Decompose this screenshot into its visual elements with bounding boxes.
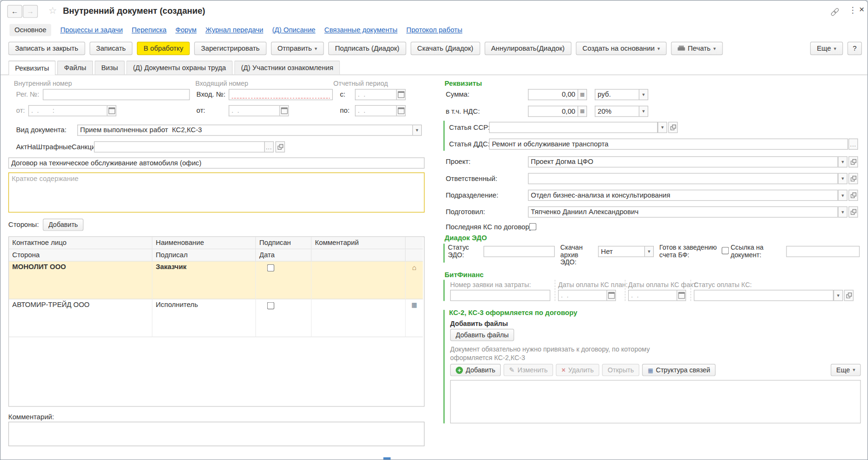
edo-status-input[interactable] [484,246,555,257]
sum-input[interactable] [528,89,578,100]
to-process-button[interactable]: В обработку [137,42,190,55]
ks-add-button[interactable]: +Добавить [450,364,501,376]
pay-fact-input[interactable] [628,290,677,301]
nav-item-work-protocol[interactable]: Протокол работы [407,26,462,34]
period-from-input[interactable] [355,89,396,100]
signed-checkbox[interactable] [267,302,274,309]
penalty-act-input[interactable] [94,141,265,152]
more-button[interactable]: Еще▾ [810,42,843,55]
penalty-act-choose-button[interactable]: ... [264,141,274,152]
project-input[interactable] [528,156,838,167]
ssr-dropdown-button[interactable]: ▾ [658,122,667,133]
calculator-button[interactable]: ▦ [578,106,587,117]
calendar-button[interactable] [280,105,289,116]
incoming-number-input[interactable] [229,89,333,100]
get-link-icon[interactable] [831,8,839,16]
calendar-button[interactable] [606,290,616,301]
vat-rate-input[interactable] [595,106,639,117]
reg-date-input[interactable] [28,105,107,116]
tab-files[interactable]: Файлы [57,61,93,74]
cost-request-input[interactable] [450,290,550,301]
summary-textarea[interactable] [9,172,425,213]
responsible-open-button[interactable] [849,173,858,184]
signed-checkbox[interactable] [267,264,274,271]
edo-archive-dropdown-button[interactable]: ▾ [644,246,654,257]
nav-item-forum[interactable]: Форум [175,26,197,34]
ks-structure-button[interactable]: ▦Структура связей [642,364,715,376]
add-files-button[interactable]: Добавить файлы [450,329,514,341]
doc-kind-input[interactable] [77,125,412,135]
ready-bf-checkbox[interactable] [722,247,729,254]
tab-acquaintance-participants[interactable]: (Д) Участники ознакомления [235,61,340,74]
calendar-button[interactable] [107,105,116,116]
ks-files-list[interactable] [450,380,861,424]
back-button[interactable]: ← [7,5,22,18]
calendar-button[interactable] [396,89,406,100]
ssr-input[interactable] [489,122,658,133]
tab-visas[interactable]: Визы [95,61,125,74]
prepared-open-button[interactable] [849,207,858,217]
tab-labor-safety-docs[interactable]: (Д) Документы охраны труда [127,61,233,74]
ks-edit-button[interactable]: ✎Изменить [504,364,553,376]
ks-open-button[interactable]: Открыть [602,364,640,376]
edo-archive-input[interactable] [598,246,644,257]
department-open-button[interactable] [849,189,858,200]
project-dropdown-button[interactable]: ▾ [838,156,848,167]
calendar-button[interactable] [396,105,406,116]
department-dropdown-button[interactable]: ▾ [838,189,848,200]
period-to-input[interactable] [355,105,396,116]
comment-textarea[interactable] [9,422,425,446]
pay-plan-input[interactable] [558,290,606,301]
ks-more-button[interactable]: Еще▾ [831,364,860,376]
dds-input[interactable] [489,138,848,149]
menu-dots-icon[interactable]: ⋮ [849,5,857,15]
help-button[interactable]: ? [848,42,862,55]
send-button[interactable]: Отправить▾ [271,42,324,55]
dds-choose-button[interactable]: ... [849,138,858,149]
forward-button[interactable]: → [23,5,38,18]
nav-item-main[interactable]: Основное [9,24,51,36]
print-button[interactable]: Печать▾ [671,42,723,55]
scrollbar-thumb[interactable] [383,457,390,460]
nav-item-processes[interactable]: Процессы и задачи [60,26,123,34]
pay-status-input[interactable] [694,290,833,301]
prepared-input[interactable] [528,207,838,217]
nav-item-transfer-log[interactable]: Журнал передачи [206,26,263,34]
prepared-dropdown-button[interactable]: ▾ [838,207,848,217]
save-button[interactable]: Записать [90,42,133,55]
penalty-act-open-button[interactable] [275,141,285,152]
favorite-star-icon[interactable]: ☆ [48,5,57,17]
department-input[interactable] [528,189,838,200]
calendar-button[interactable] [677,290,686,301]
save-close-button[interactable]: Записать и закрыть [9,42,85,55]
nav-item-related-docs[interactable]: Связанные документы [325,26,398,34]
ks-delete-button[interactable]: ×Удалить [556,364,599,376]
nav-item-description[interactable]: (Д) Описание [272,26,315,34]
create-based-on-button[interactable]: Создать на основании▾ [576,42,667,55]
currency-input[interactable] [595,89,639,100]
calculator-button[interactable]: ▦ [578,89,587,100]
add-party-button[interactable]: Добавить [43,219,83,231]
project-open-button[interactable] [849,156,858,167]
reg-number-input[interactable] [43,89,190,100]
close-icon[interactable]: × [859,4,864,14]
vat-input[interactable] [528,106,578,117]
nav-item-correspondence[interactable]: Переписка [132,26,166,34]
sign-diadoc-button[interactable]: Подписать (Диадок) [328,42,406,55]
doc-link-input[interactable] [786,246,859,257]
incoming-date-input[interactable] [229,105,280,116]
responsible-dropdown-button[interactable]: ▾ [838,173,848,184]
last-ks-checkbox[interactable] [529,223,536,230]
pay-status-dropdown-button[interactable]: ▾ [833,290,843,301]
currency-dropdown-button[interactable]: ▾ [639,89,648,100]
pay-status-open-button[interactable] [844,290,854,301]
ssr-open-button[interactable] [668,122,678,133]
download-diadoc-button[interactable]: Скачать (Диадок) [410,42,480,55]
doc-kind-dropdown-button[interactable]: ▾ [412,125,422,135]
responsible-input[interactable] [528,173,838,184]
table-row[interactable]: МОНОЛИТ ООО Заказчик ⌂ [9,262,424,299]
table-row[interactable]: АВТОМИР-ТРЕЙД ООО Исполнитель ▦ [9,299,424,337]
tab-requisites[interactable]: Реквизиты [9,61,56,75]
vat-rate-dropdown-button[interactable]: ▾ [639,106,648,117]
register-button[interactable]: Зарегистрировать [194,42,266,55]
